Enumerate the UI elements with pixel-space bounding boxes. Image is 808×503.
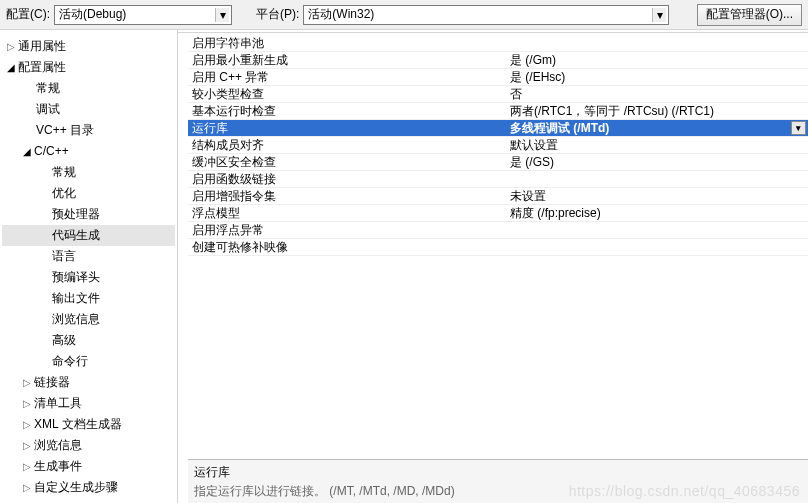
tree-item-configprops[interactable]: ◢配置属性: [2, 57, 175, 78]
property-value: 默认设置: [508, 137, 808, 153]
property-name: 创建可热修补映像: [188, 239, 508, 255]
property-value: [508, 35, 808, 51]
topbar: 配置(C): 活动(Debug) ▾ 平台(P): 活动(Win32) ▾ 配置…: [0, 0, 808, 30]
tree-item-manifest[interactable]: ▷清单工具: [2, 393, 175, 414]
property-row[interactable]: 启用最小重新生成是 (/Gm): [188, 52, 808, 69]
property-name: 浮点模型: [188, 205, 508, 221]
description-body: 指定运行库以进行链接。 (/MT, /MTd, /MD, /MDd): [194, 483, 802, 500]
property-row[interactable]: 启用浮点异常: [188, 222, 808, 239]
property-row[interactable]: 启用 C++ 异常是 (/EHsc): [188, 69, 808, 86]
property-name: 启用字符串池: [188, 35, 508, 51]
chevron-right-icon: ▷: [20, 373, 34, 392]
property-grid[interactable]: 启用字符串池启用最小重新生成是 (/Gm)启用 C++ 异常是 (/EHsc)较…: [188, 33, 808, 459]
property-row[interactable]: 创建可热修补映像: [188, 239, 808, 256]
tree-item-cc-cmdline[interactable]: 命令行: [2, 351, 175, 372]
property-name: 启用浮点异常: [188, 222, 508, 238]
property-name: 启用最小重新生成: [188, 52, 508, 68]
tree-item-cc-codegen[interactable]: 代码生成: [2, 225, 175, 246]
property-row[interactable]: 启用增强指令集未设置: [188, 188, 808, 205]
property-row[interactable]: 较小类型检查否: [188, 86, 808, 103]
tree-item-cc-pch[interactable]: 预编译头: [2, 267, 175, 288]
description-pane: 运行库 指定运行库以进行链接。 (/MT, /MTd, /MD, /MDd): [188, 459, 808, 503]
tree-item-vcdirs[interactable]: VC++ 目录: [2, 120, 175, 141]
chevron-down-icon: ▾: [215, 8, 229, 22]
property-row[interactable]: 运行库多线程调试 (/MTd)▾: [188, 120, 808, 137]
tree-item-cc-lang[interactable]: 语言: [2, 246, 175, 267]
config-manager-button[interactable]: 配置管理器(O)...: [697, 4, 802, 26]
property-name: 启用 C++ 异常: [188, 69, 508, 85]
tree-item-debug[interactable]: 调试: [2, 99, 175, 120]
chevron-right-icon: ▷: [4, 37, 18, 56]
config-tree[interactable]: ▷通用属性 ◢配置属性 常规 调试 VC++ 目录 ◢C/C++ 常规 优化 预…: [0, 30, 178, 503]
chevron-down-icon[interactable]: ▾: [791, 121, 806, 135]
property-panel: 启用字符串池启用最小重新生成是 (/Gm)启用 C++ 异常是 (/EHsc)较…: [178, 32, 808, 503]
property-row[interactable]: 结构成员对齐默认设置: [188, 137, 808, 154]
tree-item-linker[interactable]: ▷链接器: [2, 372, 175, 393]
property-value: 未设置: [508, 188, 808, 204]
config-label: 配置(C):: [6, 6, 50, 23]
property-name: 基本运行时检查: [188, 103, 508, 119]
property-row[interactable]: 缓冲区安全检查是 (/GS): [188, 154, 808, 171]
tree-item-browseinfo[interactable]: ▷浏览信息: [2, 435, 175, 456]
tree-item-buildevt[interactable]: ▷生成事件: [2, 456, 175, 477]
property-name: 启用增强指令集: [188, 188, 508, 204]
chevron-right-icon: ▷: [20, 415, 34, 434]
property-value: 精度 (/fp:precise): [508, 205, 808, 221]
description-title: 运行库: [194, 464, 802, 481]
property-value: 否: [508, 86, 808, 102]
property-row[interactable]: 启用函数级链接: [188, 171, 808, 188]
tree-item-xmldoc[interactable]: ▷XML 文档生成器: [2, 414, 175, 435]
property-value: [508, 171, 808, 187]
property-value: 是 (/Gm): [508, 52, 808, 68]
main: ▷通用属性 ◢配置属性 常规 调试 VC++ 目录 ◢C/C++ 常规 优化 预…: [0, 30, 808, 503]
property-value: [508, 222, 808, 238]
property-name: 运行库: [188, 120, 508, 136]
chevron-down-icon: ◢: [4, 58, 18, 77]
tree-item-general[interactable]: ▷通用属性: [2, 36, 175, 57]
property-name: 较小类型检查: [188, 86, 508, 102]
tree-item-cc-general[interactable]: 常规: [2, 162, 175, 183]
chevron-right-icon: ▷: [20, 457, 34, 476]
tree-item-cc[interactable]: ◢C/C++: [2, 141, 175, 162]
property-row[interactable]: 启用字符串池: [188, 35, 808, 52]
property-value: 是 (/EHsc): [508, 69, 808, 85]
tree-item-cc-adv[interactable]: 高级: [2, 330, 175, 351]
platform-combo[interactable]: 活动(Win32) ▾: [303, 5, 669, 25]
property-value: [508, 239, 808, 255]
chevron-down-icon: ◢: [20, 142, 34, 161]
property-name: 启用函数级链接: [188, 171, 508, 187]
platform-combo-value: 活动(Win32): [308, 6, 374, 23]
property-value: 是 (/GS): [508, 154, 808, 170]
tree-item-cc-output[interactable]: 输出文件: [2, 288, 175, 309]
chevron-right-icon: ▷: [20, 394, 34, 413]
tree-item-general2[interactable]: 常规: [2, 78, 175, 99]
chevron-right-icon: ▷: [20, 478, 34, 497]
property-row[interactable]: 基本运行时检查两者(/RTC1，等同于 /RTCsu) (/RTC1): [188, 103, 808, 120]
property-value: 两者(/RTC1，等同于 /RTCsu) (/RTC1): [508, 103, 808, 119]
chevron-down-icon: ▾: [652, 8, 666, 22]
config-combo[interactable]: 活动(Debug) ▾: [54, 5, 232, 25]
platform-label: 平台(P):: [256, 6, 299, 23]
property-name: 结构成员对齐: [188, 137, 508, 153]
tree-item-cc-preproc[interactable]: 预处理器: [2, 204, 175, 225]
property-name: 缓冲区安全检查: [188, 154, 508, 170]
chevron-right-icon: ▷: [20, 436, 34, 455]
tree-item-cc-opt[interactable]: 优化: [2, 183, 175, 204]
config-combo-value: 活动(Debug): [59, 6, 126, 23]
property-row[interactable]: 浮点模型精度 (/fp:precise): [188, 205, 808, 222]
tree-item-custom[interactable]: ▷自定义生成步骤: [2, 477, 175, 498]
property-value[interactable]: 多线程调试 (/MTd)▾: [508, 120, 808, 136]
tree-item-cc-browse[interactable]: 浏览信息: [2, 309, 175, 330]
